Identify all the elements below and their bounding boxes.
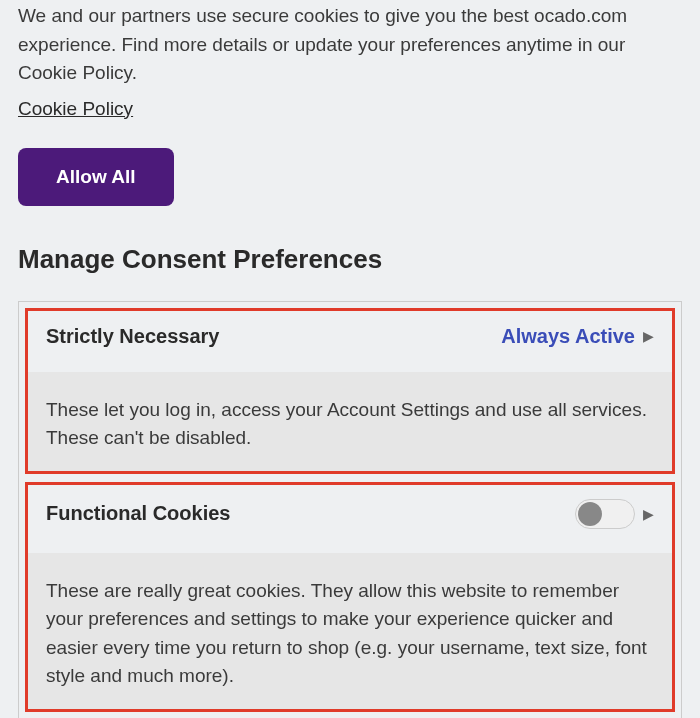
- category-header-right: Always Active ▶: [501, 325, 654, 348]
- toggle-knob: [578, 502, 602, 526]
- category-description: These let you log in, access your Accoun…: [28, 372, 672, 471]
- section-heading: Manage Consent Preferences: [18, 244, 682, 275]
- category-header-right: ▶: [575, 499, 654, 529]
- cookie-policy-link[interactable]: Cookie Policy: [18, 98, 133, 120]
- category-description: These are really great cookies. They all…: [28, 553, 672, 709]
- category-functional-cookies: Functional Cookies ▶ These are really gr…: [25, 482, 675, 712]
- functional-cookies-toggle[interactable]: [575, 499, 635, 529]
- chevron-right-icon: ▶: [643, 328, 654, 344]
- category-title: Functional Cookies: [46, 502, 230, 525]
- category-strictly-necessary: Strictly Necessary Always Active ▶ These…: [25, 308, 675, 474]
- consent-accordion: Strictly Necessary Always Active ▶ These…: [18, 301, 682, 719]
- chevron-right-icon: ▶: [643, 506, 654, 522]
- category-header[interactable]: Functional Cookies ▶: [28, 485, 672, 543]
- always-active-label: Always Active: [501, 325, 635, 348]
- intro-text: We and our partners use secure cookies t…: [18, 0, 682, 88]
- category-header[interactable]: Strictly Necessary Always Active ▶: [28, 311, 672, 362]
- category-title: Strictly Necessary: [46, 325, 219, 348]
- allow-all-button[interactable]: Allow All: [18, 148, 174, 206]
